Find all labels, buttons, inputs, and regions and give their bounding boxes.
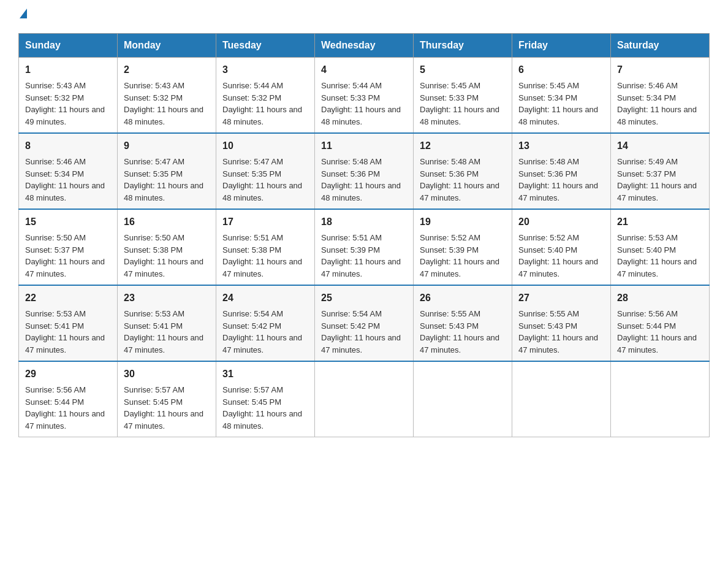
day-info: Sunrise: 5:46 AMSunset: 5:34 PMDaylight:… [617,80,703,128]
weekday-header-monday: Monday [118,34,216,58]
weekday-header-wednesday: Wednesday [315,34,414,58]
calendar-week-row: 22Sunrise: 5:53 AMSunset: 5:41 PMDayligh… [19,285,710,361]
calendar-cell: 5Sunrise: 5:45 AMSunset: 5:33 PMDaylight… [414,58,512,134]
day-info: Sunrise: 5:48 AMSunset: 5:36 PMDaylight:… [420,156,506,204]
calendar-cell: 26Sunrise: 5:55 AMSunset: 5:43 PMDayligh… [414,285,512,361]
day-number: 20 [518,215,604,229]
day-number: 18 [321,215,407,229]
day-info: Sunrise: 5:44 AMSunset: 5:32 PMDaylight:… [222,80,308,128]
day-info: Sunrise: 5:55 AMSunset: 5:43 PMDaylight:… [518,308,604,356]
calendar-cell: 17Sunrise: 5:51 AMSunset: 5:38 PMDayligh… [216,209,315,285]
calendar-cell: 25Sunrise: 5:54 AMSunset: 5:42 PMDayligh… [315,285,414,361]
day-number: 19 [420,215,506,229]
day-info: Sunrise: 5:46 AMSunset: 5:34 PMDaylight:… [25,156,111,204]
day-number: 5 [420,63,506,77]
day-number: 22 [25,291,111,305]
calendar-cell: 13Sunrise: 5:48 AMSunset: 5:36 PMDayligh… [512,133,611,209]
day-number: 10 [222,139,308,153]
calendar-cell: 21Sunrise: 5:53 AMSunset: 5:40 PMDayligh… [611,209,710,285]
day-info: Sunrise: 5:56 AMSunset: 5:44 PMDaylight:… [617,308,703,356]
day-info: Sunrise: 5:51 AMSunset: 5:38 PMDaylight:… [222,232,308,280]
calendar-week-row: 8Sunrise: 5:46 AMSunset: 5:34 PMDaylight… [19,133,710,209]
calendar-cell: 7Sunrise: 5:46 AMSunset: 5:34 PMDaylight… [611,58,710,134]
day-number: 28 [617,291,703,305]
calendar-cell: 19Sunrise: 5:52 AMSunset: 5:39 PMDayligh… [414,209,512,285]
day-number: 6 [518,63,604,77]
calendar-cell: 15Sunrise: 5:50 AMSunset: 5:37 PMDayligh… [19,209,118,285]
calendar-cell: 30Sunrise: 5:57 AMSunset: 5:45 PMDayligh… [118,361,216,437]
day-info: Sunrise: 5:48 AMSunset: 5:36 PMDaylight:… [518,156,604,204]
day-number: 7 [617,63,703,77]
calendar-cell: 28Sunrise: 5:56 AMSunset: 5:44 PMDayligh… [611,285,710,361]
day-info: Sunrise: 5:47 AMSunset: 5:35 PMDaylight:… [222,156,308,204]
day-number: 16 [124,215,210,229]
calendar-cell: 16Sunrise: 5:50 AMSunset: 5:38 PMDayligh… [118,209,216,285]
day-number: 3 [222,63,308,77]
page-header [18,12,710,22]
day-number: 26 [420,291,506,305]
day-number: 11 [321,139,407,153]
calendar-week-row: 1Sunrise: 5:43 AMSunset: 5:32 PMDaylight… [19,58,710,134]
day-info: Sunrise: 5:53 AMSunset: 5:41 PMDaylight:… [124,308,210,356]
day-number: 31 [222,367,308,381]
calendar-cell [315,361,414,437]
calendar-cell: 2Sunrise: 5:43 AMSunset: 5:32 PMDaylight… [118,58,216,134]
calendar-week-row: 29Sunrise: 5:56 AMSunset: 5:44 PMDayligh… [19,361,710,437]
day-info: Sunrise: 5:54 AMSunset: 5:42 PMDaylight:… [321,308,407,356]
day-info: Sunrise: 5:50 AMSunset: 5:38 PMDaylight:… [124,232,210,280]
day-info: Sunrise: 5:53 AMSunset: 5:41 PMDaylight:… [25,308,111,356]
weekday-header-friday: Friday [512,34,611,58]
weekday-header-tuesday: Tuesday [216,34,315,58]
day-info: Sunrise: 5:49 AMSunset: 5:37 PMDaylight:… [617,156,703,204]
calendar-cell: 12Sunrise: 5:48 AMSunset: 5:36 PMDayligh… [414,133,512,209]
day-info: Sunrise: 5:43 AMSunset: 5:32 PMDaylight:… [25,80,111,128]
day-info: Sunrise: 5:53 AMSunset: 5:40 PMDaylight:… [617,232,703,280]
day-info: Sunrise: 5:56 AMSunset: 5:44 PMDaylight:… [25,384,111,432]
weekday-header-sunday: Sunday [19,34,118,58]
calendar-cell: 8Sunrise: 5:46 AMSunset: 5:34 PMDaylight… [19,133,118,209]
day-number: 23 [124,291,210,305]
day-info: Sunrise: 5:51 AMSunset: 5:39 PMDaylight:… [321,232,407,280]
day-number: 15 [25,215,111,229]
day-number: 27 [518,291,604,305]
calendar-cell: 24Sunrise: 5:54 AMSunset: 5:42 PMDayligh… [216,285,315,361]
day-number: 14 [617,139,703,153]
day-number: 1 [25,63,111,77]
day-number: 17 [222,215,308,229]
calendar-cell: 29Sunrise: 5:56 AMSunset: 5:44 PMDayligh… [19,361,118,437]
day-info: Sunrise: 5:54 AMSunset: 5:42 PMDaylight:… [222,308,308,356]
weekday-header-row: SundayMondayTuesdayWednesdayThursdayFrid… [19,34,710,58]
calendar-cell [611,361,710,437]
day-number: 25 [321,291,407,305]
calendar-cell [414,361,512,437]
day-info: Sunrise: 5:44 AMSunset: 5:33 PMDaylight:… [321,80,407,128]
day-number: 9 [124,139,210,153]
calendar-table: SundayMondayTuesdayWednesdayThursdayFrid… [18,33,710,437]
calendar-cell: 11Sunrise: 5:48 AMSunset: 5:36 PMDayligh… [315,133,414,209]
day-info: Sunrise: 5:55 AMSunset: 5:43 PMDaylight:… [420,308,506,356]
calendar-cell: 23Sunrise: 5:53 AMSunset: 5:41 PMDayligh… [118,285,216,361]
calendar-cell: 1Sunrise: 5:43 AMSunset: 5:32 PMDaylight… [19,58,118,134]
day-info: Sunrise: 5:52 AMSunset: 5:39 PMDaylight:… [420,232,506,280]
calendar-cell: 4Sunrise: 5:44 AMSunset: 5:33 PMDaylight… [315,58,414,134]
day-info: Sunrise: 5:45 AMSunset: 5:33 PMDaylight:… [420,80,506,128]
day-number: 30 [124,367,210,381]
calendar-cell: 20Sunrise: 5:52 AMSunset: 5:40 PMDayligh… [512,209,611,285]
day-info: Sunrise: 5:48 AMSunset: 5:36 PMDaylight:… [321,156,407,204]
day-number: 12 [420,139,506,153]
day-number: 2 [124,63,210,77]
day-number: 4 [321,63,407,77]
day-number: 21 [617,215,703,229]
logo [18,12,27,22]
calendar-cell: 14Sunrise: 5:49 AMSunset: 5:37 PMDayligh… [611,133,710,209]
calendar-cell [512,361,611,437]
day-number: 24 [222,291,308,305]
day-number: 13 [518,139,604,153]
day-info: Sunrise: 5:45 AMSunset: 5:34 PMDaylight:… [518,80,604,128]
calendar-cell: 10Sunrise: 5:47 AMSunset: 5:35 PMDayligh… [216,133,315,209]
day-info: Sunrise: 5:50 AMSunset: 5:37 PMDaylight:… [25,232,111,280]
day-info: Sunrise: 5:47 AMSunset: 5:35 PMDaylight:… [124,156,210,204]
calendar-cell: 6Sunrise: 5:45 AMSunset: 5:34 PMDaylight… [512,58,611,134]
day-info: Sunrise: 5:57 AMSunset: 5:45 PMDaylight:… [222,384,308,432]
weekday-header-saturday: Saturday [611,34,710,58]
